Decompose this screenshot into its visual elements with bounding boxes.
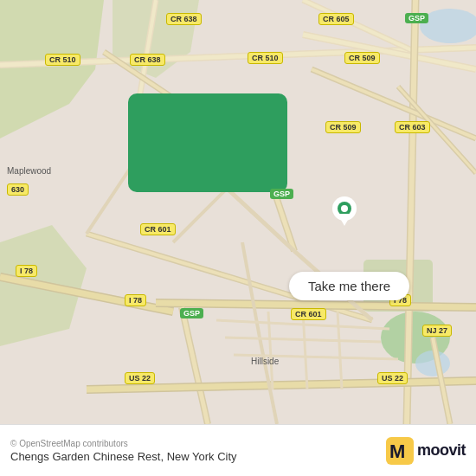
road-label-nj27: NJ 27 bbox=[422, 325, 452, 337]
road-label-cr510-left: CR 510 bbox=[45, 54, 80, 66]
road-label-cr601-left: CR 601 bbox=[140, 223, 176, 235]
svg-point-53 bbox=[341, 205, 348, 212]
svg-text:M: M bbox=[389, 441, 405, 462]
moovit-logo: M moovit bbox=[386, 437, 466, 465]
svg-point-7 bbox=[415, 351, 450, 376]
road-label-gsp-top: GSP bbox=[405, 13, 428, 23]
road-label-gsp-mid: GSP bbox=[270, 189, 293, 199]
bottom-bar: © OpenStreetMap contributors Chengs Gard… bbox=[0, 424, 476, 476]
moovit-m-icon: M bbox=[386, 437, 414, 465]
svg-line-31 bbox=[156, 303, 476, 307]
road-label-cr605: CR 605 bbox=[318, 13, 354, 25]
road-label-cr603: CR 603 bbox=[395, 121, 430, 133]
road-label-us22-left: US 22 bbox=[125, 372, 155, 384]
road-label-cr638-mid: CR 638 bbox=[130, 54, 165, 66]
place-name: Chengs Garden Chinese Rest, New York Cit… bbox=[10, 450, 237, 463]
map-container: CR 638 CR 605 GSP CR 510 CR 638 CR 510 C… bbox=[0, 0, 476, 424]
copyright-text: © OpenStreetMap contributors bbox=[10, 439, 237, 448]
road-label-cr601-right: CR 601 bbox=[291, 308, 326, 320]
svg-rect-50 bbox=[128, 93, 287, 192]
svg-marker-54 bbox=[338, 214, 351, 226]
place-label-maplewood: Maplewood bbox=[7, 166, 51, 176]
road-label-cr509-right: CR 509 bbox=[325, 121, 361, 133]
road-label-cr638-top: CR 638 bbox=[166, 13, 202, 25]
road-label-cr510-top: CR 510 bbox=[248, 52, 283, 64]
road-label-cr509: CR 509 bbox=[344, 52, 380, 64]
bottom-info: © OpenStreetMap contributors Chengs Gard… bbox=[10, 439, 237, 463]
road-label-us22-right: US 22 bbox=[377, 372, 408, 384]
place-label-hillside: Hillside bbox=[251, 357, 279, 366]
road-label-i78-left: I 78 bbox=[16, 265, 37, 277]
road-label-630: 630 bbox=[7, 183, 29, 196]
location-pin-icon bbox=[329, 195, 360, 233]
moovit-wordmark: moovit bbox=[417, 441, 466, 460]
road-label-i78-mid: I 78 bbox=[125, 294, 146, 306]
road-label-gsp-bot: GSP bbox=[180, 308, 203, 318]
take-me-there-button[interactable]: Take me there bbox=[289, 272, 409, 300]
